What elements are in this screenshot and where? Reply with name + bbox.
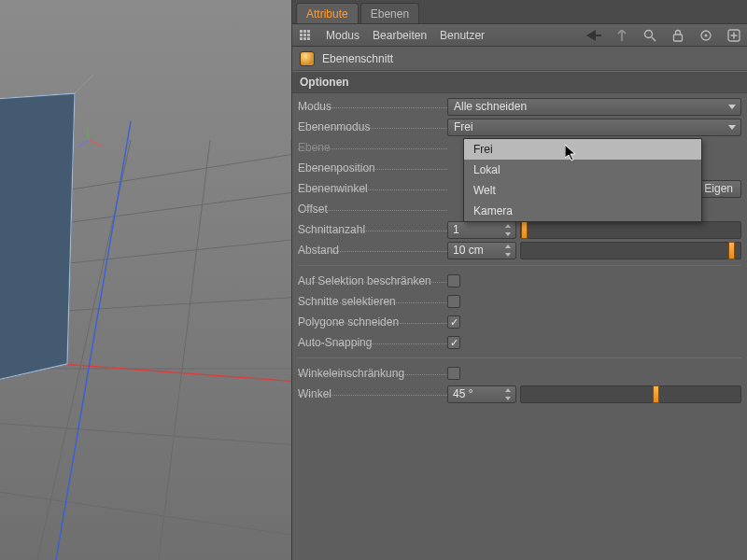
eigen-button[interactable]: Eigen	[696, 180, 741, 198]
label-ebenenposition: Ebenenposition	[298, 161, 447, 175]
cube-object	[0, 75, 93, 392]
svg-rect-25	[303, 37, 306, 40]
svg-rect-18	[300, 30, 303, 33]
add-icon[interactable]	[726, 28, 741, 43]
label-modus: Modus	[298, 100, 447, 113]
svg-rect-24	[300, 37, 303, 40]
slider-schnittanzahl[interactable]	[520, 221, 741, 239]
input-schnittanzahl[interactable]: 1	[447, 221, 516, 239]
label-schnittanzahl: Schnittanzahl	[298, 223, 447, 236]
lock-icon[interactable]	[670, 28, 685, 43]
input-abstand[interactable]: 10 cm	[447, 242, 516, 259]
dropdown-modus[interactable]: Alle schneiden	[447, 98, 741, 116]
label-ebene: Ebene	[298, 141, 447, 154]
svg-rect-26	[307, 37, 310, 40]
svg-line-5	[0, 420, 291, 448]
input-winkel[interactable]: 45 °	[447, 385, 516, 403]
svg-marker-14	[0, 93, 75, 392]
object-header: Ebenenschnitt	[292, 47, 747, 71]
svg-rect-21	[300, 34, 303, 36]
origin-gizmo	[78, 127, 102, 147]
tab-attribute[interactable]: Attribute	[296, 3, 359, 23]
svg-rect-23	[307, 34, 310, 36]
search-icon[interactable]	[642, 28, 657, 43]
attribute-toolbar: Modus Bearbeiten Benutzer	[292, 24, 747, 47]
attribute-panel: Attribute Ebenen Modus Bearbeiten Benutz…	[291, 0, 747, 560]
menu-bearbeiten[interactable]: Bearbeiten	[373, 29, 427, 42]
plane-cut-icon	[300, 51, 315, 66]
label-auf-selektion: Auf Selektion beschränken	[298, 274, 447, 287]
section-optionen[interactable]: Optionen	[292, 71, 747, 93]
option-kamera[interactable]: Kamera	[464, 201, 701, 221]
checkbox-auf-selektion[interactable]	[447, 274, 460, 287]
svg-rect-22	[303, 34, 306, 36]
svg-line-11	[89, 140, 102, 146]
label-ebenenwinkel: Ebenenwinkel	[298, 182, 447, 195]
label-poly-schneiden: Polygone schneiden	[298, 315, 447, 329]
3d-viewport[interactable]	[0, 0, 291, 560]
checkbox-auto-snap[interactable]	[447, 336, 460, 349]
tab-ebenen[interactable]: Ebenen	[360, 3, 419, 23]
nav-back-icon[interactable]	[586, 28, 601, 43]
checkbox-poly-schneiden[interactable]	[447, 315, 460, 329]
label-winkel-einschr: Winkeleinschränkung	[298, 367, 447, 380]
slider-winkel[interactable]	[520, 385, 741, 403]
svg-rect-19	[303, 30, 306, 33]
option-lokal[interactable]: Lokal	[464, 160, 701, 180]
svg-rect-32	[674, 35, 683, 41]
dropdown-ebenenmodus[interactable]: Frei	[447, 119, 741, 136]
label-ebenenmodus: Ebenenmodus	[298, 120, 447, 133]
svg-line-12	[87, 127, 89, 140]
nav-up-icon[interactable]	[614, 28, 629, 43]
option-frei[interactable]: Frei	[464, 139, 701, 160]
svg-line-9	[159, 140, 210, 560]
menu-benutzer[interactable]: Benutzer	[440, 29, 485, 42]
label-schnitte-sel: Schnitte selektieren	[298, 295, 447, 308]
option-welt[interactable]: Welt	[464, 180, 701, 201]
target-icon[interactable]	[698, 28, 713, 43]
label-abstand: Abstand	[298, 244, 447, 257]
checkbox-winkel-einschr[interactable]	[447, 367, 460, 380]
svg-marker-27	[586, 30, 596, 41]
svg-point-30	[645, 30, 653, 37]
ebenenmodus-menu[interactable]: Frei Lokal Welt Kamera	[463, 138, 702, 222]
svg-line-17	[75, 75, 93, 93]
object-name: Ebenenschnitt	[322, 52, 393, 65]
menu-modus[interactable]: Modus	[326, 29, 359, 42]
grid-icon[interactable]	[298, 28, 313, 43]
svg-rect-20	[307, 30, 310, 33]
label-offset: Offset	[298, 203, 447, 216]
slider-abstand[interactable]	[520, 242, 741, 259]
svg-point-34	[705, 34, 708, 36]
svg-line-31	[652, 37, 655, 41]
svg-line-13	[78, 140, 89, 147]
panel-tabs: Attribute Ebenen	[292, 0, 747, 24]
checkbox-schnitte-sel[interactable]	[447, 295, 460, 308]
label-winkel: Winkel	[298, 387, 447, 400]
label-auto-snap: Auto-Snapping	[298, 336, 447, 349]
